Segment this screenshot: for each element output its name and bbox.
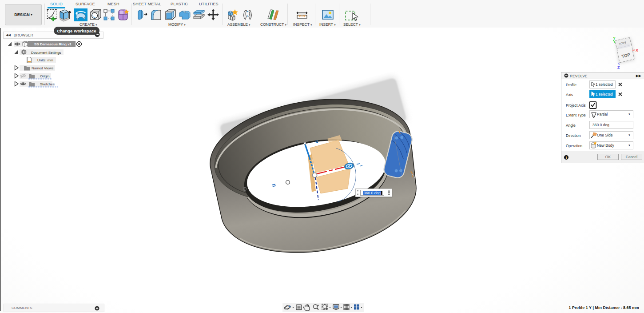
svg-text:Y: Y bbox=[613, 36, 616, 40]
svg-text:X: X bbox=[636, 48, 638, 52]
svg-text:Z: Z bbox=[617, 65, 620, 70]
